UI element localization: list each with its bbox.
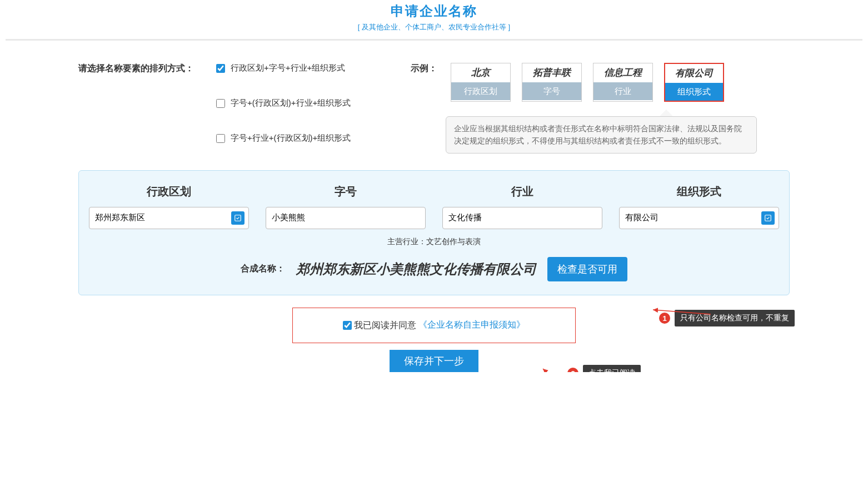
example-boxes: 北京 行政区划 拓普丰联 字号 信息工程 行业 有限公司 组织形式 [451,63,724,102]
example-box-top: 信息工程 [593,63,652,82]
main-container: 请选择名称要素的排列方式： 行政区划+字号+行业+组织形式 字号+(行政区划)+… [78,41,790,372]
agree-link[interactable]: 《企业名称自主申报须知》 [418,320,525,329]
agree-checkbox[interactable] [343,321,352,330]
check-button[interactable]: 检查是否可用 [547,257,627,281]
arrange-option-1[interactable]: 行政区划+字号+行业+组织形式 [216,63,388,73]
region-input[interactable] [89,207,249,229]
field-label: 行政区划 [89,184,249,199]
brand-input[interactable] [266,207,426,229]
example-box-top: 有限公司 [665,64,723,83]
example-section: 示例： 北京 行政区划 拓普丰联 字号 信息工程 行业 有限 [411,63,790,154]
industry-hint: 主营行业：文艺创作与表演 [89,237,779,247]
tooltip-caret-icon [660,110,673,116]
example-box-org[interactable]: 有限公司 组织形式 [664,63,724,102]
compose-label: 合成名称： [241,263,285,275]
select-icon[interactable] [761,211,775,225]
name-panel: 行政区划 字号 行业 组 [78,170,790,295]
arrange-option-text: 字号+行业+(行政区划)+组织形式 [231,133,351,143]
example-box-bot: 字号 [522,82,581,100]
arrange-option-text: 字号+(行政区划)+行业+组织形式 [231,98,351,108]
col-org: 组织形式 [619,184,779,229]
annotation-badge-1: 1 [659,313,670,324]
example-box-top: 拓普丰联 [522,63,581,82]
annotation-2: 2 点击我已阅读 [567,365,641,372]
compose-row: 合成名称： 郑州郑东新区小美熊熊文化传播有限公司 检查是否可用 [89,257,779,281]
example-box-top: 北京 [451,63,510,82]
field-label: 字号 [266,184,426,199]
org-input[interactable] [619,207,779,229]
example-label: 示例： [411,63,437,75]
svg-rect-0 [235,215,241,221]
save-button[interactable]: 保存并下一步 [390,350,478,372]
arrange-label: 请选择名称要素的排列方式： [78,63,194,75]
arrange-options: 行政区划+字号+行业+组织形式 字号+(行政区划)+行业+组织形式 字号+行业+… [216,63,388,143]
col-brand: 字号 [266,184,426,229]
field-label: 组织形式 [619,184,779,199]
field-columns: 行政区划 字号 行业 组 [89,184,779,229]
example-box-industry[interactable]: 信息工程 行业 [593,63,653,102]
field-label: 行业 [442,184,602,199]
col-region: 行政区划 [89,184,249,229]
annotation-badge-2: 2 [567,368,578,372]
arrange-checkbox-1[interactable] [216,64,225,73]
page-header: 申请企业名称 [ 及其他企业、个体工商户、农民专业合作社等 ] [6,0,862,41]
svg-rect-1 [765,215,771,221]
industry-input[interactable] [442,207,602,229]
annotation-1: 1 只有公司名称检查可用，不重复 [659,310,795,326]
example-tooltip: 企业应当根据其组织结构或者责任形式在名称中标明符合国家法律、法规以及国务院决定规… [446,116,757,154]
page-subtitle: [ 及其他企业、个体工商户、农民专业合作社等 ] [6,22,862,32]
page-title: 申请企业名称 [6,2,862,20]
example-box-brand[interactable]: 拓普丰联 字号 [522,63,582,102]
example-box-bot: 行业 [593,82,652,100]
col-industry: 行业 [442,184,602,229]
arrangement-row: 请选择名称要素的排列方式： 行政区划+字号+行业+组织形式 字号+(行政区划)+… [78,63,790,154]
agree-box: 我已阅读并同意 《企业名称自主申报须知》 [292,308,576,343]
example-box-region[interactable]: 北京 行政区划 [451,63,511,102]
select-icon[interactable] [231,211,245,225]
arrange-checkbox-3[interactable] [216,134,225,143]
example-box-bot: 行政区划 [451,82,510,100]
arrange-option-2[interactable]: 字号+(行政区划)+行业+组织形式 [216,98,388,108]
arrange-option-3[interactable]: 字号+行业+(行政区划)+组织形式 [216,133,388,143]
annotation-tip-1: 只有公司名称检查可用，不重复 [675,310,795,326]
arrange-option-text: 行政区划+字号+行业+组织形式 [231,63,345,73]
agree-text: 我已阅读并同意 [354,320,416,330]
example-box-bot: 组织形式 [665,83,723,101]
annotation-tip-2: 点击我已阅读 [583,365,641,372]
compose-name: 郑州郑东新区小美熊熊文化传播有限公司 [296,260,536,278]
arrange-checkbox-2[interactable] [216,99,225,108]
